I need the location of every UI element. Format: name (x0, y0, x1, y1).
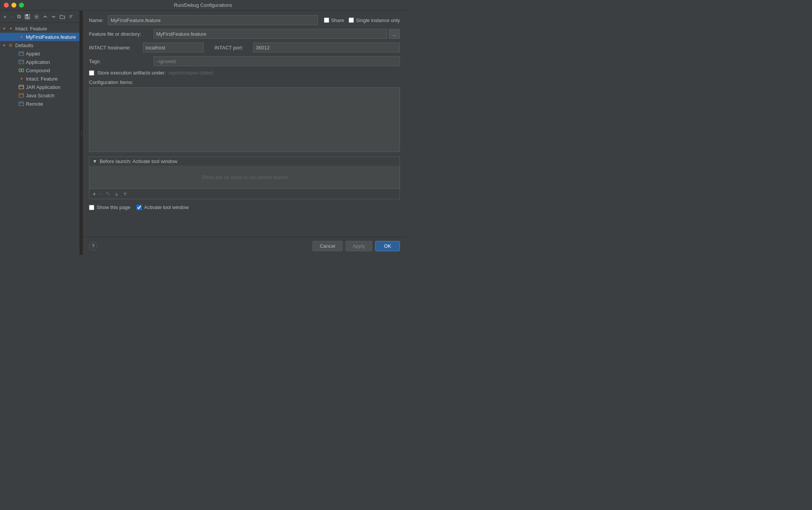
tree-item-myfirstfeature[interactable]: ✦ MyFirstFeature.feature (0, 33, 79, 41)
header-options: Share Single instance only (324, 17, 400, 23)
no-tasks-text: There are no tasks to run before launch (201, 174, 288, 180)
before-launch-up-button[interactable]: ▲ (113, 190, 120, 198)
arrow-down-button[interactable] (50, 14, 57, 20)
defaults-icon: ⚙ (8, 42, 14, 48)
cancel-button[interactable]: Cancel (312, 241, 342, 251)
browse-button[interactable]: ... (389, 29, 400, 39)
remove-config-button[interactable]: − (9, 13, 14, 21)
before-launch-edit-button[interactable]: ✎ (105, 190, 111, 198)
before-launch-arrow-icon: ▼ (92, 158, 97, 164)
feature-label: Feature file or directory: (89, 31, 154, 37)
tree-item-intact-feature[interactable]: ✦ Intact: Feature (0, 74, 79, 83)
window-title: Run/Debug Configurations (174, 2, 232, 8)
sidebar-divider[interactable] (80, 11, 83, 255)
close-button[interactable] (4, 3, 9, 8)
name-label: Name: (89, 17, 108, 23)
bottom-bar: ? Cancel Apply OK (83, 237, 406, 255)
config-items-section: Configuration Items: (89, 79, 400, 152)
apply-button[interactable]: Apply (346, 241, 373, 251)
tags-input[interactable] (154, 56, 400, 66)
add-config-button[interactable]: + (2, 13, 8, 21)
applet-icon (18, 51, 24, 57)
svg-rect-6 (19, 60, 24, 64)
svg-rect-12 (19, 93, 24, 97)
activate-window-checkbox[interactable] (136, 205, 142, 210)
hostname-label: INTACT hostname: (89, 45, 138, 51)
feature-input[interactable] (154, 29, 387, 39)
tree-item-label: Intact: Feature (15, 26, 47, 32)
share-checkbox[interactable] (324, 17, 329, 23)
tree-item-label: Remote (26, 101, 43, 107)
tree-item-compound[interactable]: Compound (0, 66, 79, 74)
tags-label: Tags: (89, 59, 154, 64)
tree-item-application[interactable]: Application (0, 58, 79, 66)
tree-item-label: Compound (26, 68, 50, 73)
ok-button[interactable]: OK (375, 241, 400, 251)
store-artifacts-path: reports/report-{date} (169, 70, 213, 76)
save-config-button[interactable] (24, 13, 31, 20)
arrow-up-button[interactable] (42, 14, 49, 20)
config-items-area[interactable] (89, 87, 400, 152)
tree-item-defaults[interactable]: ▼ ⚙ Defaults (0, 41, 79, 49)
intact-feature-group-icon: ✦ (8, 25, 14, 32)
show-page-label: Show this page (97, 204, 130, 210)
bottom-left: ? (89, 242, 97, 250)
name-input[interactable] (108, 15, 318, 25)
tree-item-applet[interactable]: Applet (0, 49, 79, 58)
activate-window-label: Activate tool window (144, 204, 189, 210)
tree-item-label: MyFirstFeature.feature (26, 34, 76, 40)
single-instance-checkbox[interactable] (349, 17, 354, 23)
window-controls (4, 3, 24, 8)
sidebar-tree: ▼ ✦ Intact: Feature ✦ MyFirstFeature.fea… (0, 23, 79, 255)
port-input[interactable] (253, 43, 400, 52)
tree-item-label: Applet (26, 51, 40, 57)
before-launch-title: Before launch: Activate tool window (100, 158, 178, 164)
svg-rect-1 (26, 14, 28, 16)
tree-item-jar-application[interactable]: JAR Application (0, 83, 79, 91)
bottom-right: Cancel Apply OK (312, 241, 400, 251)
store-artifacts-checkbox[interactable] (89, 70, 94, 76)
folder-button[interactable] (59, 14, 66, 20)
before-launch-add-button[interactable]: + (92, 190, 97, 198)
config-form: Name: Share Single instance only Featu (83, 11, 406, 237)
settings-config-button[interactable] (33, 13, 40, 20)
intact-feature-icon: ✦ (18, 76, 24, 82)
tree-item-java-scratch[interactable]: Java Scratch (0, 91, 79, 100)
compound-icon (18, 67, 24, 73)
svg-point-3 (36, 16, 37, 17)
config-items-label: Configuration Items: (89, 79, 400, 85)
scratch-icon (18, 92, 24, 98)
hostname-input[interactable] (143, 43, 204, 52)
svg-rect-14 (19, 102, 24, 106)
copy-config-button[interactable]: ⧉ (16, 13, 22, 21)
help-button[interactable]: ? (89, 242, 97, 250)
application-icon (18, 59, 24, 65)
tree-item-label: Defaults (15, 43, 33, 48)
before-launch-remove-button[interactable]: − (98, 190, 103, 198)
tree-item-remote[interactable]: Remote (0, 100, 79, 108)
before-launch-header[interactable]: ▼ Before launch: Activate tool window (89, 157, 400, 166)
before-launch-section: ▼ Before launch: Activate tool window Th… (89, 157, 400, 199)
tree-item-label: Java Scratch (26, 93, 54, 98)
before-launch-down-button[interactable]: ▼ (121, 190, 129, 198)
sort-button[interactable] (68, 14, 75, 20)
before-launch-content: There are no tasks to run before launch (89, 166, 400, 188)
content-panel: Name: Share Single instance only Featu (83, 11, 406, 255)
sidebar-toolbar: + − ⧉ (0, 11, 79, 23)
maximize-button[interactable] (19, 3, 24, 8)
tree-item-label: JAR Application (26, 84, 60, 90)
svg-rect-9 (22, 69, 24, 72)
store-artifacts-row: Store execution artifacts under: reports… (89, 70, 400, 76)
tree-arrow: ▼ (2, 43, 8, 48)
feature-file-row: Feature file or directory: ... (89, 29, 400, 39)
tree-item-label: Intact: Feature (26, 76, 58, 82)
show-page-checkbox[interactable] (89, 205, 94, 210)
svg-rect-4 (19, 52, 24, 55)
myfirstfeature-icon: ✦ (18, 34, 24, 40)
single-instance-label: Single instance only (356, 17, 400, 23)
minimize-button[interactable] (11, 3, 16, 8)
tree-item-intact-feature-group[interactable]: ▼ ✦ Intact: Feature (0, 24, 79, 33)
remote-icon (18, 101, 24, 107)
tags-row: Tags: (89, 56, 400, 66)
name-section: Name: (89, 15, 318, 25)
